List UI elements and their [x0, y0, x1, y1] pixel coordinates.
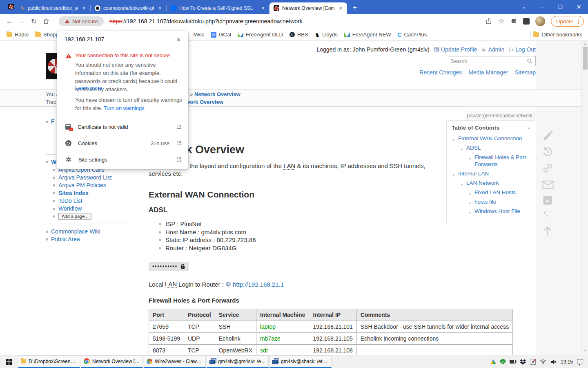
- taskbar-button-putty-2[interactable]: gm4slv@shack: /etc/...: [270, 355, 332, 368]
- machine-link[interactable]: mb7aze: [260, 335, 281, 342]
- tab-sandbox-server[interactable]: ✎ public:linux:sandbox_server [ ✕: [16, 2, 91, 14]
- bookmark-freeagent-new[interactable]: FreeAgent NEW: [344, 31, 391, 38]
- machine-link[interactable]: sdr: [260, 347, 268, 354]
- open-external-icon[interactable]: [176, 140, 182, 146]
- share-icon[interactable]: [485, 18, 492, 25]
- sidebar-link[interactable]: ToDo List: [58, 197, 82, 204]
- action-center-icon[interactable]: [577, 359, 583, 364]
- taskbar-button-explorer[interactable]: D:\Dropbox\Screensh...: [18, 355, 80, 368]
- fold-unfold-icon[interactable]: [542, 210, 551, 219]
- taskbar-button-claws-mail[interactable]: Wire2waves - Claws ...: [144, 355, 206, 368]
- defender-shield-icon[interactable]: ✓: [500, 359, 506, 365]
- mail-icon[interactable]: [542, 180, 554, 190]
- new-tab-button[interactable]: +: [350, 2, 360, 13]
- edit-pencil-icon[interactable]: [542, 130, 553, 142]
- certificate-row[interactable]: Certificate is not valid: [57, 119, 188, 135]
- tab-network-overview[interactable]: Network Overview [Commonplac ✕: [270, 2, 347, 14]
- toc-item[interactable]: LAN Network: [452, 180, 531, 186]
- sidebar-link[interactable]: W: [51, 159, 56, 165]
- scrollbar-thumb[interactable]: [583, 47, 588, 70]
- site-settings-row[interactable]: Site settings: [57, 151, 188, 168]
- popup-close-icon[interactable]: ✕: [175, 35, 183, 45]
- other-bookmarks-folder[interactable]: Other bookmarks: [523, 31, 588, 38]
- router-link[interactable]: http://192.168.21.1: [233, 281, 284, 288]
- bookmark-cashplus[interactable]: CCashPlus: [397, 31, 427, 38]
- tab-github-plugin[interactable]: cosmocode/dokuwiki-plugin-enc ✕: [91, 2, 167, 14]
- sidebar-item-todo-list[interactable]: ToDo List: [53, 197, 142, 204]
- bookmark-star-icon[interactable]: ☆: [498, 17, 505, 26]
- bookmark-gcal[interactable]: 30GCal: [211, 31, 231, 38]
- tab-ssl-howto[interactable]: How To Create a Self-Signed SSL ✕: [167, 2, 270, 14]
- admin-link[interactable]: Admin: [481, 46, 504, 53]
- media-manager-link[interactable]: Media Manager: [468, 69, 508, 76]
- update-profile-link[interactable]: Update Profile: [434, 46, 477, 53]
- home-button[interactable]: [40, 15, 52, 27]
- scroll-down-arrow[interactable]: ▼: [582, 349, 588, 352]
- trace-network-overview-link[interactable]: work Overview: [186, 99, 223, 105]
- tab-close-icon[interactable]: ✕: [260, 5, 266, 11]
- sidebar-link[interactable]: Sites Index: [58, 190, 89, 196]
- turn-on-warnings-link[interactable]: Turn on warnings: [104, 105, 145, 111]
- tab-search-chevron-icon[interactable]: ⌄: [514, 4, 533, 10]
- scroll-up-arrow[interactable]: ▲: [582, 42, 588, 46]
- reload-button[interactable]: ↻: [28, 15, 40, 27]
- export-pdf-icon[interactable]: [542, 195, 553, 206]
- sidebar-link[interactable]: F: [51, 118, 55, 125]
- profile-avatar[interactable]: [535, 16, 545, 26]
- wiki-search-box[interactable]: [447, 56, 536, 66]
- toc-item[interactable]: Internal LAN: [452, 170, 531, 177]
- restore-button[interactable]: ❐: [551, 4, 570, 10]
- toc-item[interactable]: Firewall Holes & Port Forwards: [452, 154, 531, 168]
- sidebar-add-page[interactable]: Add a page...: [53, 213, 142, 220]
- sidebar-link[interactable]: Commonplace Wiki: [51, 228, 100, 235]
- back-to-top-icon[interactable]: [542, 225, 553, 237]
- toc-item[interactable]: External WAN Connection: [452, 135, 531, 142]
- learn-more-link[interactable]: Learn more: [75, 85, 102, 91]
- sidebar-link[interactable]: Public Area: [51, 236, 80, 242]
- wifi-icon[interactable]: [540, 359, 546, 364]
- bookmark-folder-radio[interactable]: Radio: [7, 31, 29, 38]
- taskbar-button-chrome[interactable]: Network Overview [C...: [81, 355, 143, 368]
- toc-item[interactable]: hosts file: [452, 198, 531, 205]
- cookies-row[interactable]: Cookies 3 in use: [57, 135, 188, 151]
- bookmark-lloyds[interactable]: ♞Lloyds: [315, 31, 338, 38]
- update-chrome-button[interactable]: Update ⋮: [551, 16, 584, 27]
- taskbar-clock[interactable]: 19:15: [561, 359, 573, 365]
- sidebar-item-commonplace-wiki[interactable]: Commonplace Wiki: [46, 228, 142, 235]
- machine-link[interactable]: laptop: [260, 323, 276, 330]
- side-panel-icon[interactable]: [523, 18, 530, 25]
- sidebar-link[interactable]: Workflow: [58, 205, 82, 212]
- close-window-button[interactable]: ✕: [570, 4, 588, 10]
- minimize-button[interactable]: —: [533, 4, 551, 10]
- hidden-password-box[interactable]: ••••••••••: [149, 262, 189, 271]
- tab-close-icon[interactable]: ✕: [157, 5, 163, 11]
- sidebar-item-public-area[interactable]: Public Area: [46, 236, 142, 242]
- sidebar-link[interactable]: Arqiva PM Policies: [58, 182, 106, 188]
- breadcrumb-network-overview-link[interactable]: Network Overview: [194, 91, 241, 97]
- dropbox-icon[interactable]: [520, 359, 526, 365]
- menu-dots-icon[interactable]: ⋮: [576, 18, 581, 25]
- toc-item[interactable]: ADSL: [452, 144, 531, 151]
- bookmark-rbs[interactable]: RBS: [290, 31, 308, 38]
- battery-icon[interactable]: [510, 360, 516, 364]
- old-revisions-icon[interactable]: [542, 146, 553, 157]
- toc-item[interactable]: Windows Host File: [452, 208, 531, 215]
- backlinks-icon[interactable]: [542, 162, 553, 174]
- tab-close-icon[interactable]: ✕: [81, 5, 87, 11]
- bookmark-folder-shopping[interactable]: Shopp: [35, 31, 59, 38]
- start-button[interactable]: [0, 355, 18, 368]
- browser-scrollbar[interactable]: ▲ ▼: [581, 41, 588, 355]
- bookmark-misc[interactable]: Misc: [194, 31, 205, 38]
- back-button[interactable]: ←: [3, 15, 16, 27]
- sidebar-item-workflow[interactable]: Workflow: [53, 205, 142, 212]
- bookmark-freeagent-old[interactable]: FreeAgent OLD: [238, 31, 283, 38]
- google-drive-icon[interactable]: [490, 359, 496, 364]
- not-secure-chip[interactable]: Not secure: [59, 16, 104, 26]
- sitemap-link[interactable]: Sitemap: [515, 69, 536, 76]
- add-page-button[interactable]: Add a page...: [58, 213, 91, 220]
- tab-close-icon[interactable]: ✕: [337, 5, 344, 11]
- open-external-icon[interactable]: [176, 124, 182, 130]
- toc-item[interactable]: Fixed LAN Hosts: [452, 189, 531, 196]
- toc-collapse-icon[interactable]: ▲: [527, 126, 531, 130]
- open-external-icon[interactable]: [176, 157, 182, 162]
